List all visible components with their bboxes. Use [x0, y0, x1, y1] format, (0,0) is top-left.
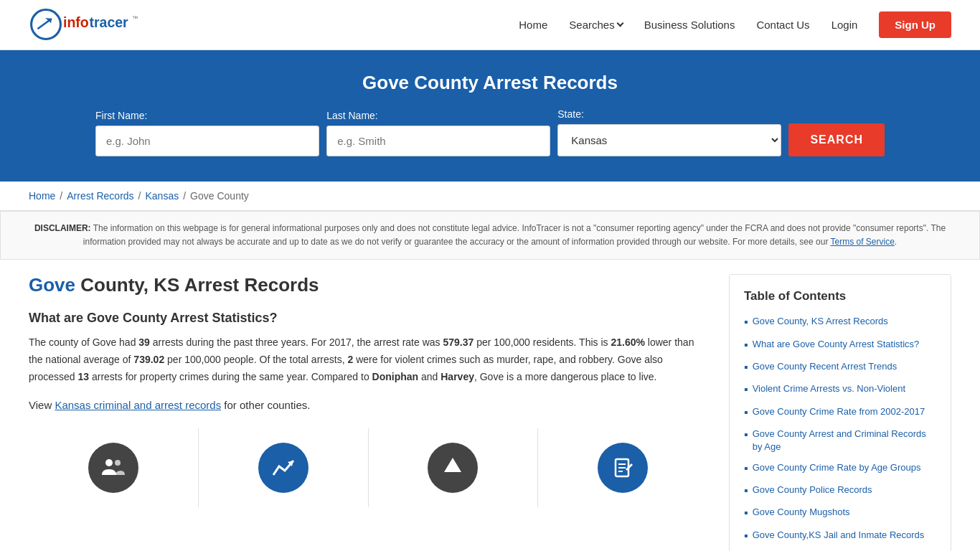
toc-link-1[interactable]: Gove County, KS Arrest Records	[753, 315, 888, 328]
main-container: Gove County, KS Arrest Records What are …	[0, 260, 980, 551]
p1-doniphan: Doniphan	[372, 371, 419, 382]
svg-point-7	[115, 460, 121, 466]
first-name-group: First Name:	[95, 110, 319, 156]
view-kansas-link[interactable]: Kansas criminal and arrest records	[55, 399, 221, 411]
hero-section: Gove County Arrest Records First Name: L…	[0, 50, 980, 182]
nav-business-solutions[interactable]: Business Solutions	[644, 19, 735, 31]
breadcrumb-gove-county: Gove County	[190, 190, 249, 202]
breadcrumb-arrest-records[interactable]: Arrest Records	[67, 190, 133, 202]
svg-point-6	[105, 459, 113, 466]
disclaimer-bold: DISCLAIMER:	[34, 223, 91, 233]
list-item: Gove County,KS Jail and Inmate Records	[744, 529, 936, 544]
p1-mid4: per 100,000 people. Of the total arrests…	[164, 354, 347, 365]
breadcrumb-home[interactable]: Home	[29, 190, 55, 202]
breadcrumb-sep3: /	[183, 190, 186, 202]
hero-title: Gove County Arrest Records	[29, 72, 951, 94]
p1-national: 739.02	[133, 354, 164, 365]
breadcrumb-sep2: /	[138, 190, 141, 202]
section1-heading: What are Gove County Arrest Statistics?	[29, 311, 707, 326]
icon-block-3	[369, 428, 539, 507]
pencil-icon	[598, 443, 648, 493]
first-name-label: First Name:	[95, 110, 147, 121]
p1-harvey: Harvey	[440, 371, 474, 382]
toc-link-9[interactable]: Gove County Mugshots	[753, 506, 850, 519]
disclaimer-section: DISCLAIMER: The information on this webp…	[0, 211, 980, 260]
logo[interactable]: info tracer ™	[29, 7, 143, 42]
disclaimer-tos-link[interactable]: Terms of Service	[831, 237, 895, 247]
p1-end: , Gove is a more dangerous place to live…	[474, 371, 656, 382]
signup-button[interactable]: Sign Up	[879, 11, 951, 38]
first-name-input[interactable]	[95, 126, 319, 156]
list-item: Gove County Crime Rate by Age Groups	[744, 461, 936, 476]
toc-list: Gove County, KS Arrest Records What are …	[744, 315, 936, 544]
toc-link-7[interactable]: Gove County Crime Rate by Age Groups	[753, 461, 921, 474]
svg-text:™: ™	[132, 15, 138, 22]
nav-searches[interactable]: Searches	[569, 19, 622, 31]
view-text: View	[29, 399, 55, 411]
list-item: Gove County, KS Arrest Records	[744, 315, 936, 330]
icons-row	[29, 428, 707, 507]
state-select[interactable]: Alabama Alaska Arizona Arkansas Californ…	[557, 124, 781, 156]
arrow-up-icon	[428, 443, 478, 493]
p1-mid1: arrests during the past three years. For…	[150, 336, 443, 348]
p1-pre: The county of Gove had	[29, 336, 138, 348]
site-header: info tracer ™ Home Searches Business Sol…	[0, 0, 980, 50]
nav-login[interactable]: Login	[831, 19, 858, 31]
content-heading-gove: Gove	[29, 274, 75, 296]
p1-mid7: and	[418, 371, 440, 382]
icon-block-2	[199, 428, 369, 507]
icon-block-4	[538, 428, 707, 507]
main-nav: Home Searches Business Solutions Contact…	[519, 11, 951, 38]
breadcrumb-sep1: /	[60, 190, 62, 202]
toc-link-5[interactable]: Gove County Crime Rate from 2002-2017	[753, 405, 925, 418]
view-end: for other counties.	[221, 399, 310, 411]
icon-block-1	[29, 428, 199, 507]
svg-text:tracer: tracer	[89, 14, 128, 30]
disclaimer-text: The information on this webpage is for g…	[83, 223, 946, 247]
state-group: State: Alabama Alaska Arizona Arkansas C…	[557, 108, 781, 156]
list-item: What are Gove County Arrest Statistics?	[744, 338, 936, 353]
chevron-down-icon	[616, 20, 623, 27]
state-label: State:	[557, 108, 584, 120]
toc-sidebar: Table of Contents Gove County, KS Arrest…	[729, 274, 951, 551]
list-item: Violent Crime Arrests vs. Non-Violent	[744, 382, 936, 397]
list-item: Gove County Crime Rate from 2002-2017	[744, 405, 936, 420]
trend-up-icon	[258, 443, 308, 493]
svg-marker-9	[444, 458, 461, 472]
p1-arrests: 39	[138, 336, 150, 348]
p1-property: 13	[77, 371, 89, 382]
p1-mid2: per 100,000 residents. This is	[473, 336, 611, 348]
nav-contact-us[interactable]: Contact Us	[756, 19, 809, 31]
toc-link-2[interactable]: What are Gove County Arrest Statistics?	[753, 338, 920, 351]
list-item: Gove County Recent Arrest Trends	[744, 360, 936, 375]
breadcrumb-kansas[interactable]: Kansas	[146, 190, 179, 202]
svg-text:info: info	[63, 14, 89, 30]
last-name-input[interactable]	[326, 126, 550, 156]
toc-link-3[interactable]: Gove County Recent Arrest Trends	[753, 360, 897, 373]
p1-rate: 579.37	[443, 336, 473, 348]
toc-link-6[interactable]: Gove County Arrest and Criminal Records …	[753, 428, 936, 453]
content-heading-rest: County, KS Arrest Records	[75, 274, 319, 296]
search-form: First Name: Last Name: State: Alabama Al…	[95, 108, 885, 156]
list-item: Gove County Mugshots	[744, 506, 936, 521]
section1-paragraph: The county of Gove had 39 arrests during…	[29, 334, 707, 385]
view-link-paragraph: View Kansas criminal and arrest records …	[29, 396, 707, 415]
toc-link-10[interactable]: Gove County,KS Jail and Inmate Records	[753, 529, 925, 542]
svg-point-0	[32, 10, 61, 39]
list-item: Gove County Arrest and Criminal Records …	[744, 428, 936, 453]
breadcrumb: Home / Arrest Records / Kansas / Gove Co…	[0, 182, 980, 211]
disclaimer-period: .	[895, 237, 897, 247]
nav-home[interactable]: Home	[519, 19, 547, 31]
people-icon	[88, 443, 138, 493]
toc-link-8[interactable]: Gove County Police Records	[753, 484, 872, 496]
p1-mid6: arrests for property crimes during the s…	[89, 371, 372, 382]
p1-pct: 21.60%	[611, 336, 644, 348]
last-name-group: Last Name:	[326, 110, 550, 156]
toc-heading: Table of Contents	[744, 289, 936, 303]
content-area: Gove County, KS Arrest Records What are …	[29, 274, 729, 551]
list-item: Gove County Police Records	[744, 484, 936, 499]
content-heading: Gove County, KS Arrest Records	[29, 274, 707, 296]
search-button[interactable]: SEARCH	[788, 123, 885, 156]
toc-link-4[interactable]: Violent Crime Arrests vs. Non-Violent	[753, 382, 905, 395]
last-name-label: Last Name:	[326, 110, 378, 121]
